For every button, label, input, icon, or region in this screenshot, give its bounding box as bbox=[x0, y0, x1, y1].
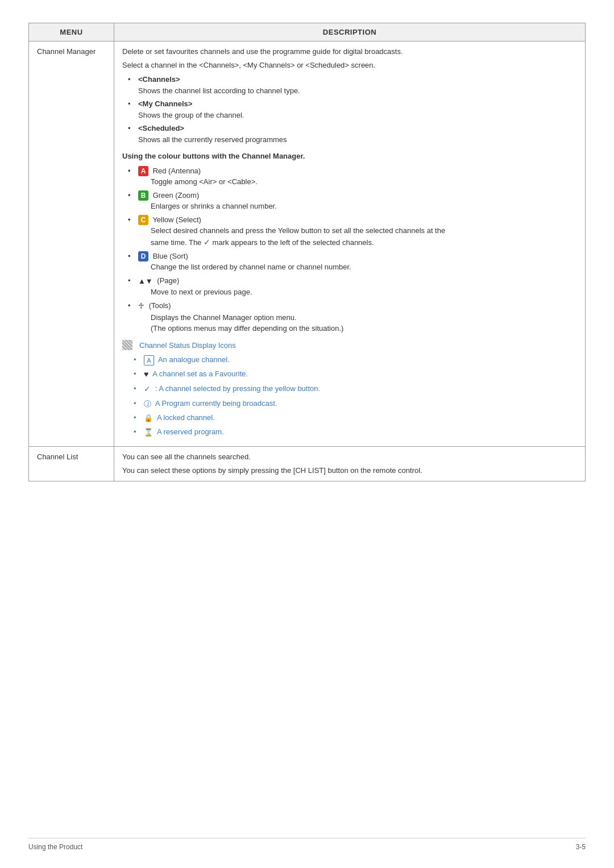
menu-label-channel-manager: Channel Manager bbox=[37, 47, 96, 56]
list-item: ⌛ A reserved program. bbox=[134, 426, 577, 438]
favourite-text: A channel set as a Favourite. bbox=[152, 369, 248, 378]
footer-left: Using the Product bbox=[28, 843, 82, 851]
table-row: Channel Manager Delete or set favourites… bbox=[29, 41, 586, 447]
page-detail: Move to next or previous page. bbox=[151, 286, 252, 298]
clock-icon: ⌛ bbox=[144, 427, 153, 438]
submenu-mychannels-label: <My Channels> bbox=[138, 99, 192, 108]
menu-cell-channel-list: Channel List bbox=[29, 446, 114, 481]
list-item: C Yellow (Select) Select desired channel… bbox=[128, 214, 577, 248]
list-item: A Red (Antenna) Toggle among <Air> or <C… bbox=[128, 165, 577, 188]
broadcast-icon: Ⓙ bbox=[144, 398, 151, 410]
submenu-scheduled-detail: Shows all the currently reserved program… bbox=[138, 135, 287, 144]
btn-green-detail: Enlarges or shrinks a channel number. bbox=[151, 201, 277, 212]
footer-right: 3-5 bbox=[576, 843, 586, 851]
tools-icon: ♱ bbox=[138, 300, 144, 312]
status-header: Channel Status Display Icons bbox=[122, 340, 577, 351]
list-item: <Scheduled> Shows all the currently rese… bbox=[128, 123, 577, 145]
colour-header: Using the colour buttons with the Channe… bbox=[122, 151, 577, 162]
analogue-text: An analogue channel. bbox=[158, 355, 230, 364]
btn-red-icon: A bbox=[138, 166, 148, 176]
status-header-label: Channel Status Display Icons bbox=[139, 340, 236, 351]
table-row: Channel List You can see all the channel… bbox=[29, 446, 586, 481]
colour-buttons-list: A Red (Antenna) Toggle among <Air> or <C… bbox=[128, 165, 577, 334]
btn-red-name: Red (Antenna) bbox=[153, 167, 201, 175]
header-description: DESCRIPTION bbox=[114, 23, 586, 41]
noise-icon bbox=[122, 340, 132, 350]
lock-icon: 🔒 bbox=[144, 413, 153, 424]
selected-text: : A channel selected by pressing the yel… bbox=[155, 384, 321, 393]
btn-green-icon: B bbox=[138, 190, 148, 201]
list-item: <Channels> Shows the channel list accord… bbox=[128, 74, 577, 96]
menu-label-channel-list: Channel List bbox=[37, 452, 78, 461]
tools-name: (Tools) bbox=[149, 301, 171, 310]
page-footer: Using the Product 3-5 bbox=[28, 838, 586, 851]
locked-text: A locked channel. bbox=[157, 413, 215, 422]
desc-cell-channel-manager: Delete or set favourites channels and us… bbox=[114, 41, 586, 447]
submenu-channels-label: <Channels> bbox=[138, 75, 180, 84]
analogue-icon: A bbox=[144, 355, 154, 366]
btn-yellow-detail: Select desired channels and press the Ye… bbox=[151, 225, 445, 236]
desc-cell-channel-list: You can see all the channels searched. Y… bbox=[114, 446, 586, 481]
btn-yellow-detail2: same time. The ✓ mark appears to the lef… bbox=[151, 236, 374, 248]
list-item: A An analogue channel. bbox=[134, 354, 577, 366]
main-table: MENU DESCRIPTION Channel Manager Delete … bbox=[28, 23, 586, 481]
desc-intro2: Select a channel in the <Channels>, <My … bbox=[122, 60, 577, 71]
list-item: <My Channels> Shows the group of the cha… bbox=[128, 98, 577, 121]
page-wrapper: MENU DESCRIPTION Channel Manager Delete … bbox=[0, 0, 614, 516]
status-section: Channel Status Display Icons A An analog… bbox=[122, 340, 577, 438]
btn-green-name: Green (Zoom) bbox=[153, 191, 200, 200]
desc-intro1: Delete or set favourites channels and us… bbox=[122, 46, 577, 57]
channel-list-line2: You can select these options by simply p… bbox=[122, 465, 577, 476]
list-item: ✓ : A channel selected by pressing the y… bbox=[134, 383, 577, 395]
menu-cell-channel-manager: Channel Manager bbox=[29, 41, 114, 447]
btn-blue-detail: Change the list ordered by channel name … bbox=[151, 261, 351, 273]
submenu-scheduled-label: <Scheduled> bbox=[138, 124, 184, 132]
page-name: (Page) bbox=[157, 276, 179, 285]
page-icon: ▲▼ bbox=[138, 276, 153, 287]
check-icon: ✓ bbox=[144, 384, 151, 393]
submenu-list: <Channels> Shows the channel list accord… bbox=[128, 74, 577, 145]
channel-list-line1: You can see all the channels searched. bbox=[122, 451, 577, 463]
submenu-mychannels-detail: Shows the group of the channel. bbox=[138, 111, 244, 119]
list-item: 🔒 A locked channel. bbox=[134, 412, 577, 423]
list-item: D Blue (Sort) Change the list ordered by… bbox=[128, 251, 577, 273]
list-item: B Green (Zoom) Enlarges or shrinks a cha… bbox=[128, 190, 577, 212]
list-item: Ⓙ A Program currently being broadcast. bbox=[134, 398, 577, 409]
list-item: ♱ (Tools) Displays the Channel Manager o… bbox=[128, 300, 577, 334]
btn-red-detail: Toggle among <Air> or <Cable>. bbox=[151, 176, 258, 188]
tools-detail: Displays the Channel Manager option menu… bbox=[151, 312, 343, 334]
btn-blue-name: Blue (Sort) bbox=[153, 252, 188, 260]
header-menu: MENU bbox=[29, 23, 114, 41]
list-item: ▲▼ (Page) Move to next or previous page. bbox=[128, 275, 577, 298]
broadcast-text: A Program currently being broadcast. bbox=[155, 399, 277, 408]
btn-blue-icon: D bbox=[138, 251, 148, 261]
list-item: ♥ A channel set as a Favourite. bbox=[134, 368, 577, 380]
submenu-channels-detail: Shows the channel list according to chan… bbox=[138, 86, 300, 95]
btn-yellow-name: Yellow (Select) bbox=[152, 215, 201, 224]
btn-yellow-icon: C bbox=[138, 215, 148, 225]
status-list: A An analogue channel. ♥ A channel set a… bbox=[134, 354, 577, 438]
heart-icon: ♥ bbox=[144, 369, 148, 379]
reserved-text: A reserved program. bbox=[157, 427, 224, 436]
